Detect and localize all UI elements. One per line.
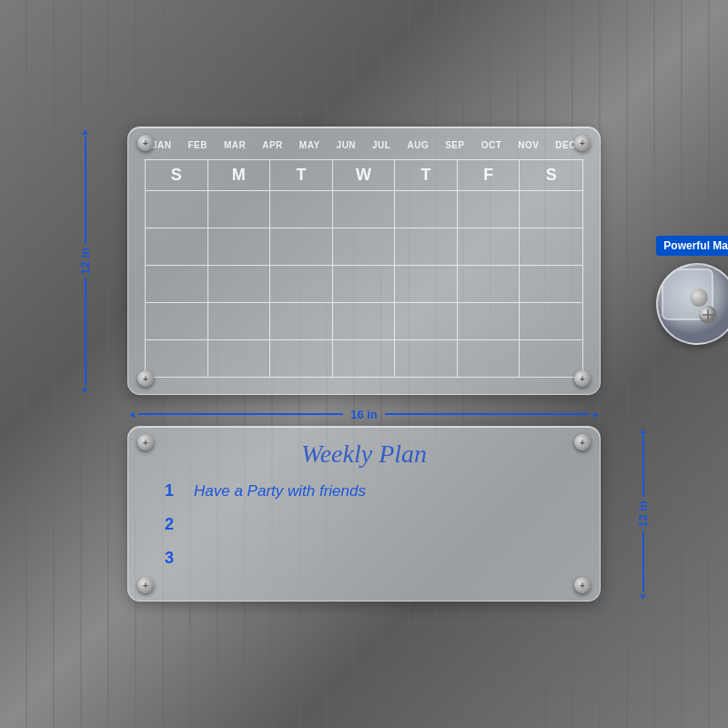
calendar-cell (146, 266, 208, 302)
month-label: MAY (299, 140, 320, 150)
weekly-section: Weekly Plan 1 Have a Party with friends … (127, 426, 601, 602)
dim-height-weekly-arrow: ▲ 12 in ▼ (636, 426, 650, 602)
dim-height-cal-arrow: ▲ 12 in ▼ (78, 126, 92, 395)
item-number-3: 3 (165, 549, 183, 568)
calendar-week (146, 266, 582, 303)
day-header: S (520, 160, 582, 190)
month-label: JUL (372, 140, 390, 150)
calendar-cell (270, 191, 333, 228)
day-header: W (333, 160, 396, 190)
arrow-down-weekly: ▼ (639, 592, 648, 602)
dim-line-weekly-v (642, 436, 644, 497)
calendar-cell (208, 303, 271, 339)
day-header: T (270, 160, 333, 190)
calendar-cell (208, 340, 271, 377)
calendar-cell (520, 340, 582, 377)
month-label: JUN (337, 140, 357, 150)
dim-width-label: 16 in (343, 408, 385, 421)
screw-bottom-left (137, 370, 154, 387)
arrowhead-right-16: ► (592, 410, 601, 420)
weekly-item-2: 2 (147, 515, 581, 534)
calendar-cell (458, 191, 521, 228)
item-text-1: Have a Party with friends (194, 482, 366, 500)
calendar-cell (395, 228, 458, 265)
calendar-cell (395, 266, 458, 302)
month-label: FEB (187, 140, 207, 150)
calendar-cell (208, 266, 271, 302)
months-row: JANFEBMARAPRMAYJUNJULAUGSEPOCTNOVDEC (145, 136, 583, 154)
calendar-cell (458, 303, 521, 339)
calendar-cell (333, 303, 396, 339)
dim-line-cal-v (85, 136, 86, 244)
dim-width-row: ◄ 16 in ► (127, 402, 601, 426)
day-header: F (458, 160, 521, 190)
calendar-cell (395, 340, 458, 377)
calendar-cell (520, 303, 582, 339)
magnets-callout: Powerful Magnets (656, 236, 728, 345)
dim-line-16-left (138, 413, 343, 415)
month-label: DEC (555, 140, 576, 150)
month-label: APR (262, 140, 283, 150)
magnets-svg (658, 265, 728, 345)
month-label: NOV (518, 140, 539, 150)
arrow-down-cal: ▼ (81, 385, 90, 395)
dim-line-weekly-v2 (642, 531, 644, 592)
dim-line-16-right (385, 413, 590, 415)
calendar-cell (270, 228, 333, 265)
month-label: MAR (224, 140, 246, 150)
calendar-cell (208, 228, 271, 265)
magnets-label: Powerful Magnets (656, 236, 728, 256)
day-headers: SMTWTFS (146, 160, 582, 191)
weekly-screw-top-left (137, 434, 154, 450)
dim-height-weekly-label: 12 in (636, 497, 650, 531)
weekly-screw-bottom-left (137, 577, 154, 593)
calendar-week (146, 228, 582, 266)
dim-height-cal-label: 12 in (78, 244, 92, 278)
day-header: S (146, 160, 208, 190)
calendar-cell (146, 228, 208, 265)
item-number-1: 1 (165, 481, 183, 500)
calendar-week (146, 340, 582, 377)
month-label: SEP (445, 140, 465, 150)
month-label: OCT (481, 140, 502, 150)
calendar-cell (333, 191, 396, 228)
calendar-cell (458, 266, 521, 302)
calendar-cell (208, 191, 271, 228)
calendar-week (146, 191, 582, 228)
arrow-up-cal: ▲ (81, 126, 90, 136)
arrowhead-left-16: ◄ (127, 410, 136, 420)
month-label: JAN (152, 140, 172, 150)
calendar-board: JANFEBMARAPRMAYJUNJULAUGSEPOCTNOVDEC SMT… (127, 126, 601, 395)
calendar-cell (520, 228, 582, 265)
calendar-cell (333, 340, 396, 377)
calendar-cell (146, 340, 208, 377)
screw-top-right (574, 135, 591, 151)
calendar-cell (458, 228, 521, 265)
arrow-up-weekly: ▲ (639, 426, 648, 436)
calendar-cell (146, 191, 208, 228)
calendar-cell (146, 303, 208, 339)
dim-line-cal-v2 (85, 278, 86, 385)
magnets-circle (656, 263, 728, 345)
calendar-cell (458, 340, 521, 377)
screw-bottom-right (574, 370, 591, 387)
calendar-cell (520, 191, 582, 228)
weekly-screw-top-right (574, 434, 591, 450)
calendar-cell (270, 266, 333, 302)
calendar-section: JANFEBMARAPRMAYJUNJULAUGSEPOCTNOVDEC SMT… (127, 126, 601, 395)
weekly-item-3: 3 (147, 549, 581, 568)
calendar-week (146, 303, 582, 340)
screw-top-left (137, 135, 154, 151)
calendar-weeks (146, 191, 582, 377)
calendar-cell (395, 191, 458, 228)
calendar-cell (270, 340, 333, 377)
calendar-cell (270, 303, 333, 339)
month-label: AUG (407, 140, 429, 150)
calendar-cell (520, 266, 582, 302)
calendar-grid: SMTWTFS (145, 159, 583, 378)
day-header: M (208, 160, 271, 190)
calendar-cell (333, 266, 396, 302)
weekly-title: Weekly Plan (147, 440, 581, 469)
day-header: T (395, 160, 458, 190)
fridge-background: JANFEBMARAPRMAYJUNJULAUGSEPOCTNOVDEC SMT… (0, 0, 728, 728)
